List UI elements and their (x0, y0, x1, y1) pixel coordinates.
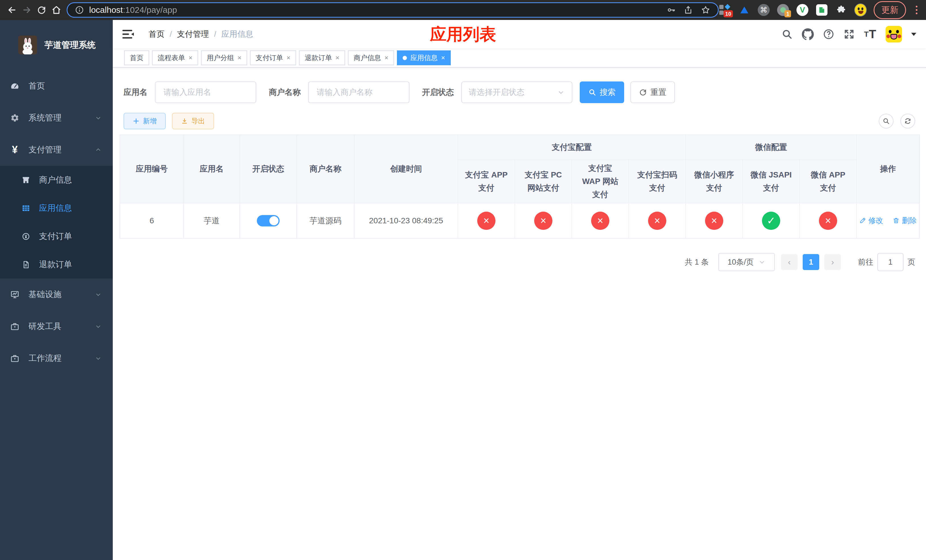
tab-label: 退款订单 (305, 53, 332, 62)
page-number-button[interactable]: 1 (803, 254, 819, 270)
disabled-cross-icon: × (819, 212, 837, 230)
browser-menu-icon[interactable] (913, 6, 920, 14)
tab-2[interactable]: 用户分组× (201, 50, 247, 65)
toggle-search-button[interactable] (879, 114, 894, 129)
grid-table-icon (21, 204, 30, 213)
disabled-cross-icon: × (705, 212, 723, 230)
chevron-down-icon (557, 88, 565, 96)
extension-notes-icon[interactable] (816, 4, 828, 16)
share-icon[interactable] (684, 5, 693, 15)
sidebar-collapse-icon[interactable] (123, 29, 135, 39)
sidebar-item-refund-orders[interactable]: 退款订单 (0, 250, 113, 278)
tab-close-icon[interactable]: × (384, 54, 388, 62)
fullscreen-icon[interactable] (843, 29, 855, 40)
tab-5[interactable]: 商户信息× (348, 50, 394, 65)
sidebar: 芋道管理系统 首页 系统管理 ¥ 支付管理 (0, 20, 113, 560)
breadcrumb-payment[interactable]: 支付管理 (177, 29, 209, 39)
top-navbar: 首页 / 支付管理 / 应用信息 TT (113, 20, 926, 48)
sidebar-item-workflow[interactable]: 工作流程 (0, 342, 113, 374)
chevron-up-icon (95, 146, 102, 153)
chevron-down-icon (95, 323, 102, 330)
add-button[interactable]: 新增 (124, 113, 166, 129)
site-info-icon[interactable] (75, 5, 84, 15)
password-key-icon[interactable] (667, 5, 676, 15)
delete-button[interactable]: 删除 (893, 216, 917, 226)
col-header-wechat-mini: 微信小程序支付 (686, 160, 743, 203)
breadcrumb-home[interactable]: 首页 (149, 29, 165, 39)
chevron-down-icon (95, 355, 102, 362)
bookmark-star-icon[interactable] (701, 5, 710, 15)
tags-bar: 首页流程表单×用户分组×支付订单×退款订单×商户信息×应用信息× (113, 48, 926, 68)
header-search-icon[interactable] (781, 29, 793, 40)
extension-command-icon[interactable]: ⌘ (757, 4, 770, 16)
export-button[interactable]: 导出 (172, 113, 214, 129)
tab-close-icon[interactable]: × (336, 54, 339, 62)
browser-home-button[interactable] (49, 3, 64, 17)
user-menu-caret-icon[interactable] (911, 33, 916, 36)
extension-vue-devtools-icon[interactable]: V (796, 4, 809, 16)
tab-0[interactable]: 首页 (124, 50, 149, 65)
browser-reload-button[interactable] (34, 3, 49, 17)
tab-close-icon[interactable]: × (441, 54, 445, 62)
status-select[interactable]: 请选择开启状态 (461, 82, 572, 103)
tab-label: 用户分组 (207, 53, 234, 62)
tab-4[interactable]: 退款订单× (299, 50, 345, 65)
page-size-select[interactable]: 10条/页 (719, 253, 775, 271)
app-id-cell: 6 (120, 203, 184, 238)
github-icon[interactable] (802, 28, 814, 40)
prev-page-button[interactable]: ‹ (781, 254, 797, 270)
tab-close-icon[interactable]: × (238, 54, 242, 62)
extension-recorder-icon[interactable]: 1 (777, 4, 789, 16)
user-avatar[interactable] (885, 26, 902, 42)
browser-profile-avatar[interactable] (854, 4, 867, 16)
merchant-cell: 芋道源码 (297, 203, 354, 238)
browser-forward-button[interactable] (20, 3, 34, 17)
sidebar-item-home[interactable]: 首页 (0, 70, 113, 102)
tab-label: 商户信息 (354, 53, 381, 62)
merchant-name-input[interactable] (308, 82, 410, 103)
tab-1[interactable]: 流程表单× (152, 50, 198, 65)
sidebar-item-label: 应用信息 (39, 203, 72, 214)
extensions-puzzle-icon[interactable] (835, 4, 847, 16)
sidebar-item-merchant-info[interactable]: 商户信息 (0, 166, 113, 194)
extension-tabs-icon[interactable]: 10 (719, 4, 731, 16)
reset-button[interactable]: 重置 (631, 82, 675, 103)
extension-kite-icon[interactable] (738, 4, 750, 16)
sidebar-item-pay-orders[interactable]: 支付订单 (0, 222, 113, 250)
created-cell: 2021-10-23 08:49:25 (354, 203, 458, 238)
sidebar-item-app-info[interactable]: 应用信息 (0, 194, 113, 222)
tab-3[interactable]: 支付订单× (250, 50, 296, 65)
browser-back-button[interactable] (5, 3, 20, 17)
active-tab-dot (402, 56, 407, 60)
sidebar-item-payment[interactable]: ¥ 支付管理 (0, 134, 113, 166)
document-icon (21, 260, 30, 269)
edit-button[interactable]: 修改 (859, 216, 883, 226)
search-form: 应用名 商户名称 开启状态 请选择开启状态 搜索 (124, 82, 919, 103)
tab-close-icon[interactable]: × (189, 54, 192, 62)
refresh-table-button[interactable] (900, 114, 915, 129)
disabled-cross-icon: × (534, 212, 552, 230)
tab-label: 支付订单 (256, 53, 283, 62)
status-toggle[interactable] (257, 215, 280, 227)
status-label: 开启状态 (422, 87, 454, 98)
page-title: 应用列表 (430, 23, 496, 45)
sidebar-item-infra[interactable]: 基础设施 (0, 278, 113, 310)
app-name-input[interactable] (155, 82, 256, 103)
app-logo[interactable]: 芋道管理系统 (0, 20, 113, 70)
sidebar-item-dev-tools[interactable]: 研发工具 (0, 310, 113, 342)
col-header-merchant: 商户名称 (297, 135, 354, 203)
next-page-button[interactable]: › (825, 254, 841, 270)
toggle-knob (269, 216, 278, 225)
screen: localhost:1024/pay/app 10 (0, 0, 926, 560)
goto-page-input[interactable] (877, 253, 903, 271)
chrome-update-button[interactable]: 更新 (874, 1, 906, 19)
sidebar-item-system[interactable]: 系统管理 (0, 102, 113, 134)
tab-6[interactable]: 应用信息× (397, 50, 451, 65)
page-unit-label: 页 (908, 257, 915, 267)
search-button[interactable]: 搜索 (580, 82, 624, 103)
tab-close-icon[interactable]: × (286, 54, 291, 62)
sidebar-item-label: 支付管理 (29, 144, 62, 156)
address-bar[interactable]: localhost:1024/pay/app (67, 2, 719, 18)
font-size-icon[interactable]: TT (864, 27, 876, 41)
help-icon[interactable] (823, 29, 834, 40)
